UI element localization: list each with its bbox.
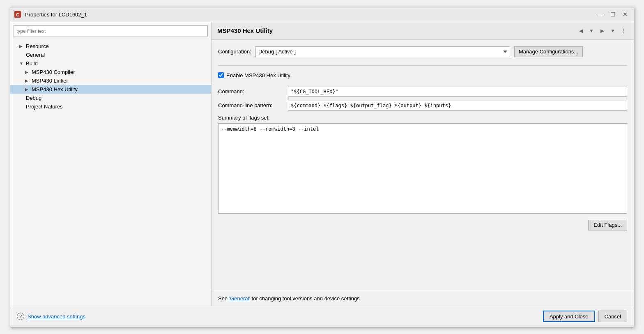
menu-icon[interactable]: ⋮ (619, 26, 628, 35)
properties-dialog: C Properties for LCD1602_1 — ☐ ✕ ▶Resour… (10, 7, 634, 327)
right-content: Configuration: Debug [ Active ] Manage C… (212, 40, 634, 291)
tree: ▶ResourceGeneral▼Build▶MSP430 Compiler▶M… (10, 40, 211, 306)
bottom-bar: ? Show advanced settings Apply and Close… (10, 306, 634, 327)
tree-item-msp430-compiler[interactable]: ▶MSP430 Compiler (10, 68, 211, 76)
enable-checkbox-row: Enable MSP430 Hex Utility (218, 72, 627, 78)
forward-icon[interactable]: ▶ (598, 26, 607, 35)
tree-item-project-natures[interactable]: Project Natures (10, 102, 211, 111)
tree-item-debug[interactable]: Debug (10, 94, 211, 102)
command-line-label: Command-line pattern: (218, 102, 284, 108)
manage-configurations-button[interactable]: Manage Configurations... (514, 46, 583, 57)
right-panel-header: MSP430 Hex Utility ◀ ▼ ▶ ▼ ⋮ (212, 22, 634, 40)
header-icons: ◀ ▼ ▶ ▼ ⋮ (576, 26, 628, 35)
content-area: ▶ResourceGeneral▼Build▶MSP430 Compiler▶M… (10, 22, 634, 306)
tree-item-msp430-linker[interactable]: ▶MSP430 Linker (10, 76, 211, 85)
window-controls: — ☐ ✕ (595, 10, 630, 19)
summary-section: Summary of flags set: (218, 115, 627, 215)
app-icon: C (14, 10, 22, 18)
tree-item-label: MSP430 Linker (32, 78, 68, 84)
command-line-field-row: Command-line pattern: (218, 101, 627, 111)
minimize-button[interactable]: — (595, 10, 606, 19)
summary-label: Summary of flags set: (218, 115, 627, 121)
back-dropdown-icon[interactable]: ▼ (587, 26, 596, 35)
back-icon[interactable]: ◀ (576, 26, 585, 35)
bottom-right: Apply and Close Cancel (543, 311, 627, 322)
window-title: Properties for LCD1602_1 (25, 12, 595, 18)
enable-checkbox[interactable] (218, 72, 224, 78)
tree-arrow-icon: ▶ (25, 78, 31, 83)
edit-flags-button[interactable]: Edit Flags... (588, 220, 627, 230)
separator-1 (218, 65, 627, 66)
tree-item-build[interactable]: ▼Build (10, 59, 211, 68)
tree-arrow-icon: ▼ (19, 61, 25, 66)
footer-link-row: See 'General' for changing tool versions… (212, 291, 634, 306)
command-line-input[interactable] (288, 101, 627, 111)
summary-textarea[interactable] (218, 123, 627, 214)
tree-arrow-icon: ▶ (25, 70, 31, 74)
command-input[interactable] (288, 87, 627, 97)
tree-item-label: MSP430 Hex Utility (32, 86, 78, 92)
configuration-row: Configuration: Debug [ Active ] Manage C… (218, 46, 627, 57)
right-panel: MSP430 Hex Utility ◀ ▼ ▶ ▼ ⋮ Configurati… (212, 22, 634, 306)
svg-text:C: C (16, 12, 19, 17)
configuration-select[interactable]: Debug [ Active ] (255, 46, 510, 57)
help-icon[interactable]: ? (17, 313, 24, 320)
filter-input[interactable] (14, 25, 208, 37)
tree-item-label: MSP430 Compiler (32, 69, 75, 75)
apply-and-close-button[interactable]: Apply and Close (543, 311, 595, 322)
titlebar: C Properties for LCD1602_1 — ☐ ✕ (10, 7, 634, 22)
tree-item-label: Debug (26, 95, 41, 101)
tree-item-label: Build (26, 60, 38, 67)
forward-dropdown-icon[interactable]: ▼ (608, 26, 617, 35)
command-label: Command: (218, 88, 284, 94)
tree-item-label: General (26, 52, 45, 58)
panel-title: MSP430 Hex Utility (217, 27, 273, 34)
tree-item-msp430-hex-utility[interactable]: ▶MSP430 Hex Utility (10, 85, 211, 94)
cancel-button[interactable]: Cancel (598, 311, 627, 322)
bottom-left: ? Show advanced settings (17, 313, 85, 320)
left-panel: ▶ResourceGeneral▼Build▶MSP430 Compiler▶M… (10, 22, 212, 306)
footer-text: See (218, 295, 229, 302)
show-advanced-settings-link[interactable]: Show advanced settings (28, 313, 85, 320)
general-link[interactable]: 'General' (229, 295, 250, 302)
tree-arrow-icon: ▶ (25, 87, 31, 92)
tree-item-label: Resource (26, 43, 49, 49)
tree-item-label: Project Natures (26, 104, 63, 110)
enable-checkbox-label[interactable]: Enable MSP430 Hex Utility (226, 72, 290, 78)
tree-item-resource[interactable]: ▶Resource (10, 42, 211, 51)
command-field-row: Command: (218, 87, 627, 97)
footer-suffix: for changing tool versions and device se… (250, 295, 360, 302)
configuration-label: Configuration: (218, 48, 251, 55)
edit-flags-row: Edit Flags... (218, 220, 627, 230)
tree-item-general[interactable]: General (10, 51, 211, 59)
tree-arrow-icon: ▶ (19, 44, 25, 48)
close-button[interactable]: ✕ (620, 10, 630, 19)
maximize-button[interactable]: ☐ (607, 10, 618, 19)
